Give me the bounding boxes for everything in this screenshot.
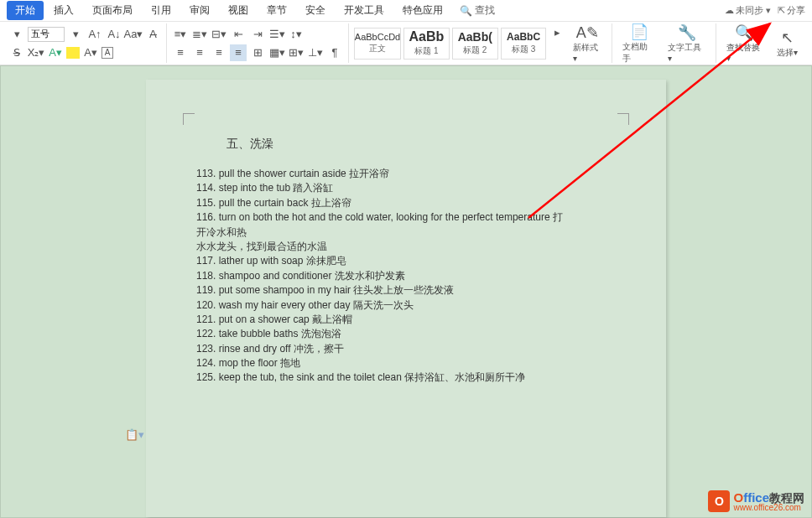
multilevel-icon[interactable]: ⊟▾	[211, 26, 227, 43]
change-case-icon[interactable]: Aa▾	[125, 26, 142, 43]
text-direction-icon[interactable]: ☰▾	[268, 26, 285, 43]
tab-special[interactable]: 特色应用	[394, 1, 451, 20]
strikethrough-icon[interactable]: S̶	[8, 44, 25, 61]
document-canvas[interactable]: 📋▾ 📋▾ 五、洗澡 113. pull the shower curtain …	[0, 65, 812, 518]
text-tools-label: 文字工具▾	[668, 42, 705, 63]
cloud-icon: ☁	[725, 5, 734, 16]
text-tools-icon: 🔧	[678, 23, 696, 42]
select-label: 选择▾	[777, 47, 798, 59]
styles-expand-icon[interactable]: ▸	[549, 23, 565, 40]
style-normal[interactable]: AaBbCcDd 正文	[354, 28, 401, 60]
tab-start[interactable]: 开始	[7, 1, 44, 20]
increase-font-icon[interactable]: A↑	[86, 26, 103, 43]
watermark-brand: Office教程网	[733, 491, 804, 504]
share-button[interactable]: ⇱ 分享	[778, 4, 805, 17]
subscript-icon[interactable]: X₂▾	[28, 44, 44, 61]
increase-indent-icon[interactable]: ⇥	[249, 26, 266, 43]
tab-chapter[interactable]: 章节	[258, 1, 295, 20]
borders-icon[interactable]: ⊞▾	[288, 44, 304, 61]
bullets-icon[interactable]: ≡▾	[172, 26, 189, 43]
document-line: 119. put some shampoo in my hair 往头发上放一些…	[196, 283, 616, 298]
clear-format-icon[interactable]: A̶	[144, 26, 161, 43]
tabs-icon[interactable]: ⊥▾	[307, 44, 324, 61]
numbering-icon[interactable]: ≣▾	[191, 26, 208, 43]
cursor-icon: ↖	[781, 28, 794, 47]
char-border-icon[interactable]: A	[102, 47, 113, 59]
dropdown-arrow-icon[interactable]: ▾	[67, 26, 84, 43]
document-line: 114. step into the tub 踏入浴缸	[196, 181, 616, 195]
style-label: 标题 1	[414, 45, 438, 57]
style-preview: AaBb(	[458, 30, 492, 44]
tab-security[interactable]: 安全	[297, 1, 334, 20]
sync-label: 未同步 ▾	[736, 4, 771, 17]
align-center-icon[interactable]: ≡	[191, 44, 208, 61]
dropdown-arrow-icon[interactable]: ▾	[8, 26, 25, 43]
document-line: 124. mop the floor 拖地	[196, 356, 616, 370]
tab-layout[interactable]: 页面布局	[84, 1, 141, 20]
style-label: 标题 3	[512, 44, 535, 55]
new-style-button[interactable]: A✎ 新样式▾	[568, 22, 606, 65]
document-line: 120. wash my hair every other day 隔天洗一次头	[196, 298, 616, 313]
search-button[interactable]: 🔍 查找	[453, 1, 502, 20]
tab-review[interactable]: 审阅	[181, 1, 218, 20]
decrease-indent-icon[interactable]: ⇤	[230, 26, 247, 43]
align-left-icon[interactable]: ≡	[172, 44, 189, 61]
tab-insert[interactable]: 插入	[45, 1, 82, 20]
tab-view[interactable]: 视图	[220, 1, 257, 20]
paragraph-group: ≡▾ ≣▾ ⊟▾ ⇤ ⇥ ☰▾ ↕▾ ≡ ≡ ≡ ≡ ⊞ ▦▾ ⊞▾ ⊥▾ ¶	[167, 23, 349, 63]
style-heading3[interactable]: AaBbC 标题 3	[501, 28, 547, 60]
paste-options-icon[interactable]: 📋▾	[125, 428, 144, 441]
doc-helper-icon: 📄	[630, 23, 648, 41]
font-group: ▾ 五号 ▾ A↑ A↓ Aa▾ A̶ S̶ X₂▾ A▾ A▾ A	[3, 23, 167, 63]
style-preview: AaBbC	[507, 31, 540, 43]
distribute-icon[interactable]: ⊞	[249, 44, 266, 61]
doc-helper-label: 文档助手	[622, 41, 655, 65]
new-style-icon: A✎	[576, 23, 599, 42]
style-label: 正文	[369, 43, 386, 54]
doc-helper-button[interactable]: 📄 文档助手	[617, 21, 660, 66]
search-label: 查找	[475, 3, 495, 18]
office-badge-icon: O	[708, 490, 730, 512]
decrease-font-icon[interactable]: A↓	[106, 26, 122, 43]
document-line: 113. pull the shower curtain aside 拉开浴帘	[196, 167, 616, 181]
highlight-icon[interactable]	[66, 47, 80, 59]
margin-corner-icon	[617, 113, 629, 125]
text-tools-button[interactable]: 🔧 文字工具▾	[663, 22, 710, 65]
document-line: 开冷水和热	[196, 225, 616, 240]
find-replace-button[interactable]: 🔍 查找替换▾	[721, 22, 768, 65]
text-effects-icon[interactable]: A▾	[82, 44, 99, 61]
line-spacing-icon[interactable]: ↕▾	[288, 26, 304, 43]
share-label: 分享	[787, 4, 805, 17]
style-heading2[interactable]: AaBb( 标题 2	[452, 28, 498, 60]
watermark-logo: O Office教程网 www.office26.com	[708, 490, 804, 512]
menu-bar: 开始 插入 页面布局 引用 审阅 视图 章节 安全 开发工具 特色应用 🔍 查找…	[0, 0, 812, 22]
tab-developer[interactable]: 开发工具	[336, 1, 393, 20]
editing-group: 🔍 查找替换▾ ↖ 选择▾	[716, 23, 809, 63]
style-heading1[interactable]: AaBb 标题 1	[403, 28, 450, 60]
document-line: 123. rinse and dry off 冲洗，擦干	[196, 342, 616, 356]
tools-group: 📄 文档助手 🔧 文字工具▾	[612, 23, 716, 63]
sync-status[interactable]: ☁ 未同步 ▾	[725, 4, 771, 17]
document-line: 115. pull the curtain back 拉上浴帘	[196, 196, 616, 210]
watermark-url: www.office26.com	[733, 504, 804, 512]
align-right-icon[interactable]: ≡	[211, 44, 227, 61]
document-line: 116. turn on both the hot and the cold w…	[196, 210, 616, 225]
document-page: 五、洗澡 113. pull the shower curtain aside …	[146, 80, 666, 517]
document-line: 118. shampoo and conditioner 洗发水和护发素	[196, 269, 616, 283]
font-color-icon[interactable]: A▾	[47, 44, 64, 61]
document-line: 117. lather up with soap 涂抹肥皂	[196, 254, 616, 268]
share-icon: ⇱	[778, 5, 785, 16]
new-style-label: 新样式▾	[573, 42, 601, 63]
tab-references[interactable]: 引用	[143, 1, 180, 20]
font-size-select[interactable]: 五号	[28, 27, 65, 42]
align-justify-icon[interactable]: ≡	[230, 44, 247, 61]
select-button[interactable]: ↖ 选择▾	[770, 27, 804, 60]
paragraph-mark-icon[interactable]: ¶	[326, 44, 343, 61]
document-line: 125. keep the tub, the sink and the toil…	[196, 370, 616, 385]
margin-corner-icon	[183, 113, 195, 125]
shading-icon[interactable]: ▦▾	[268, 44, 285, 61]
styles-group: AaBbCcDd 正文 AaBb 标题 1 AaBb( 标题 2 AaBbC 标…	[349, 23, 612, 63]
document-section-title: 五、洗澡	[226, 137, 616, 152]
style-label: 标题 2	[463, 44, 487, 56]
search-icon: 🔍	[460, 5, 472, 17]
